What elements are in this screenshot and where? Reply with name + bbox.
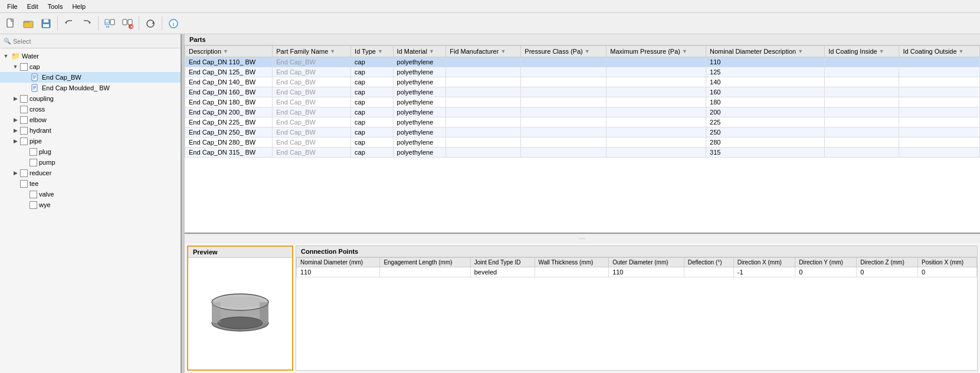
tree-item-wye[interactable]: wye: [0, 199, 181, 210]
config-button[interactable]: ✕: [119, 15, 136, 32]
svg-rect-0: [7, 19, 13, 27]
expand-wye: [20, 200, 30, 210]
filter-description[interactable]: ▼: [223, 48, 228, 54]
expand-elbow[interactable]: ▶: [11, 115, 20, 125]
checkbox-tee[interactable]: [20, 180, 28, 188]
tree-item-hydrant[interactable]: ▶ hydrant: [0, 125, 181, 136]
tree-item-coupling[interactable]: ▶ coupling: [0, 93, 181, 104]
checkbox-hydrant[interactable]: [20, 127, 28, 135]
undo-button[interactable]: [61, 15, 77, 32]
filter-coating-outside[interactable]: ▼: [959, 48, 964, 54]
expand-pump: [20, 158, 30, 167]
table-cell: 225: [706, 117, 825, 127]
table-row[interactable]: 110beveled110-1000: [297, 267, 977, 277]
expand-coupling[interactable]: ▶: [11, 94, 20, 103]
folder-icon-water: 📁: [11, 51, 20, 61]
table-row[interactable]: End Cap_DN 250_ BWEnd Cap_BWcappolyethyl…: [185, 127, 980, 138]
table-cell: [899, 57, 980, 67]
table-cell: 110: [297, 267, 380, 277]
svg-rect-3: [44, 19, 48, 22]
table-row[interactable]: End Cap_DN 140_ BWEnd Cap_BWcappolyethyl…: [185, 77, 980, 87]
tree-item-valve[interactable]: valve: [0, 189, 181, 199]
checkbox-wye[interactable]: [30, 201, 37, 209]
table-cell: polyethylene: [393, 127, 446, 138]
checkbox-cross[interactable]: [20, 106, 28, 113]
checkbox-pump[interactable]: [30, 159, 37, 166]
col-nominal-diameter: Nominal Diameter Description ▼: [706, 46, 825, 57]
checkbox-valve[interactable]: [30, 191, 37, 198]
table-row[interactable]: End Cap_DN 200_ BWEnd Cap_BWcappolyethyl…: [185, 107, 980, 117]
table-cell: [607, 148, 706, 158]
table-row[interactable]: End Cap_DN 225_ BWEnd Cap_BWcappolyethyl…: [185, 117, 980, 127]
filter-id-material[interactable]: ▼: [429, 48, 434, 54]
menu-file[interactable]: File: [2, 2, 22, 11]
tree-item-tee[interactable]: tee: [0, 178, 181, 189]
checkbox-pipe[interactable]: [20, 138, 28, 145]
tree-label-water: Water: [22, 53, 39, 60]
doc-icon-end-cap-moulded: [31, 83, 40, 93]
table-cell: End Cap_DN 225_ BW: [185, 117, 273, 127]
menu-edit[interactable]: Edit: [22, 2, 43, 11]
filter-pressure-class[interactable]: ▼: [585, 48, 590, 54]
filter-fid-mfr[interactable]: ▼: [500, 48, 506, 54]
tree-item-elbow[interactable]: ▶ elbow: [0, 114, 181, 125]
conn-col-deflection: Deflection (°): [684, 258, 733, 267]
expand-cap[interactable]: ▼: [11, 62, 20, 71]
conn-col-diry: Direction Y (mm): [795, 258, 857, 267]
table-row[interactable]: End Cap_DN 280_ BWEnd Cap_BWcappolyethyl…: [185, 138, 980, 148]
info-button[interactable]: i: [165, 15, 182, 32]
table-row[interactable]: End Cap_DN 125_ BWEnd Cap_BWcappolyethyl…: [185, 67, 980, 77]
tree-item-end-cap-moulded[interactable]: End Cap Moulded_ BW: [0, 83, 181, 93]
table-row[interactable]: End Cap_DN 180_ BWEnd Cap_BWcappolyethyl…: [185, 97, 980, 107]
expand-reducer[interactable]: ▶: [11, 168, 20, 178]
save-button[interactable]: [38, 15, 54, 32]
checkbox-elbow[interactable]: [20, 116, 28, 124]
table-row[interactable]: End Cap_DN 160_ BWEnd Cap_BWcappolyethyl…: [185, 87, 980, 97]
tree-item-pump[interactable]: pump: [0, 157, 181, 168]
filter-id-type[interactable]: ▼: [378, 48, 383, 54]
tree-item-cross[interactable]: cross: [0, 104, 181, 114]
open-button[interactable]: [20, 15, 37, 32]
table-cell: End Cap_DN 180_ BW: [185, 97, 273, 107]
expand-water[interactable]: ▼: [1, 51, 11, 61]
menu-help[interactable]: Help: [67, 2, 90, 11]
table-row[interactable]: End Cap_DN 110_ BWEnd Cap_BWcappolyethyl…: [185, 57, 980, 67]
checkbox-plug[interactable]: [30, 148, 37, 156]
menu-bar: File Edit Tools Help: [0, 0, 980, 13]
tree-item-end-cap-bw[interactable]: End Cap_BW: [0, 72, 181, 83]
svg-rect-17: [33, 78, 35, 78]
checkbox-cap[interactable]: [20, 63, 28, 71]
table-cell: 110: [706, 57, 825, 67]
connection-table: Nominal Diameter (mm) Engagement Length …: [296, 257, 977, 277]
new-button[interactable]: [2, 15, 19, 32]
search-input[interactable]: [13, 38, 177, 45]
filter-max-pressure[interactable]: ▼: [682, 48, 687, 54]
connection-table-wrap[interactable]: Nominal Diameter (mm) Engagement Length …: [296, 257, 977, 370]
tree-item-water[interactable]: ▼ 📁 Water: [0, 51, 181, 61]
filter-nominal-diameter[interactable]: ▼: [798, 48, 803, 54]
redo-button[interactable]: [78, 15, 95, 32]
table-cell: End Cap_BW: [273, 107, 351, 117]
checkbox-coupling[interactable]: [20, 95, 28, 103]
menu-tools[interactable]: Tools: [43, 2, 68, 11]
tree-item-plug[interactable]: plug: [0, 146, 181, 157]
tree-item-pipe[interactable]: ▶ pipe: [0, 136, 181, 146]
import-button[interactable]: M: [101, 15, 118, 32]
table-cell: [899, 87, 980, 97]
col-id-type: Id Type ▼: [351, 46, 394, 57]
table-cell: cap: [351, 127, 394, 138]
tree-item-cap[interactable]: ▼ cap: [0, 61, 181, 72]
table-cell: [825, 148, 899, 158]
table-row[interactable]: End Cap_DN 315_ BWEnd Cap_BWcappolyethyl…: [185, 148, 980, 158]
table-cell: cap: [351, 148, 394, 158]
tree-label-elbow: elbow: [30, 116, 47, 123]
parts-table-container[interactable]: Description ▼ Part Family Name ▼: [185, 45, 980, 234]
expand-pipe[interactable]: ▶: [11, 136, 20, 146]
tree-item-reducer[interactable]: ▶ reducer: [0, 168, 181, 178]
table-cell: [521, 57, 607, 67]
expand-hydrant[interactable]: ▶: [11, 126, 20, 135]
checkbox-reducer[interactable]: [20, 169, 28, 177]
filter-coating-inside[interactable]: ▼: [879, 48, 884, 54]
filter-part-family[interactable]: ▼: [330, 48, 335, 54]
refresh-button[interactable]: [142, 15, 159, 32]
